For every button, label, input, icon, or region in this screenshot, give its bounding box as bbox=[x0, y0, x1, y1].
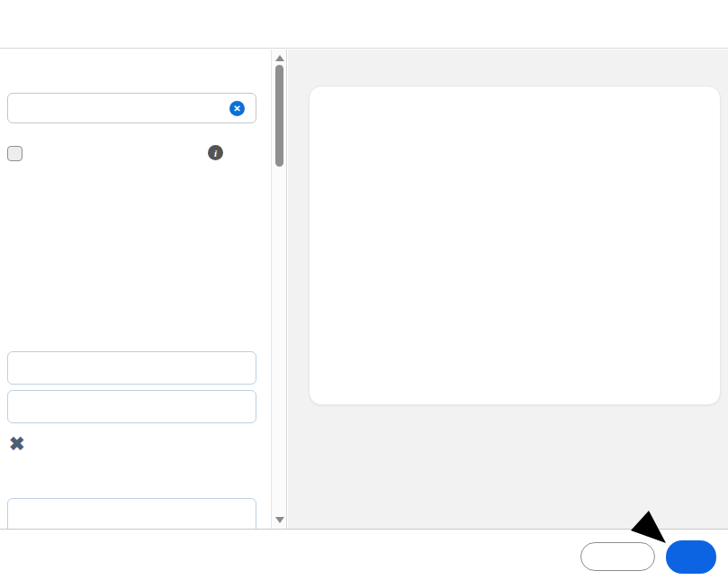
y-axis-field-close-date[interactable] bbox=[7, 390, 256, 423]
scroll-down-icon[interactable] bbox=[275, 517, 284, 523]
info-icon[interactable]: i bbox=[208, 145, 223, 160]
chart-plot-area bbox=[310, 188, 721, 368]
dialog-header bbox=[0, 0, 728, 49]
scrollbar-thumb[interactable] bbox=[275, 65, 283, 167]
settings-panel: ✕ i ✖ bbox=[0, 50, 287, 529]
chart-legend bbox=[575, 128, 710, 155]
y-axis-field-stage[interactable] bbox=[7, 351, 256, 385]
x-axis-field[interactable] bbox=[7, 498, 256, 529]
use-chart-settings-checkbox[interactable] bbox=[7, 146, 22, 161]
report-field[interactable]: ✕ bbox=[7, 93, 256, 123]
y-axis-chart-title bbox=[322, 190, 337, 366]
panel-scrollbar[interactable] bbox=[271, 50, 286, 529]
preview-card bbox=[309, 86, 721, 405]
add-widget-dialog: ✕ i ✖ bbox=[0, 0, 728, 580]
preview-panel bbox=[288, 50, 728, 529]
add-button[interactable] bbox=[666, 540, 716, 574]
legend-title bbox=[575, 128, 710, 144]
clear-x-icon[interactable]: ✕ bbox=[229, 101, 245, 116]
dialog-footer bbox=[0, 529, 728, 580]
cancel-button[interactable] bbox=[580, 542, 655, 571]
remove-x-icon[interactable]: ✖ bbox=[9, 436, 27, 454]
scroll-up-icon[interactable] bbox=[275, 55, 284, 61]
